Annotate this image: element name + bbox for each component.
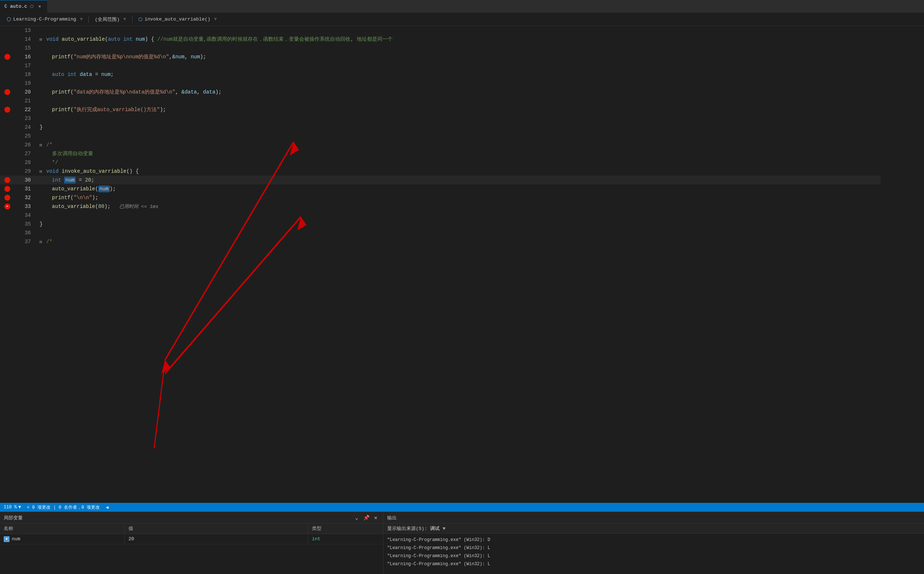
breakpoint-arrow-indicator[interactable]: ➤ <box>5 203 10 210</box>
code-line-23[interactable] <box>37 114 39 123</box>
code-line-20[interactable]: printf("data的内存地址是%p\ndata的值是%d\n", &dat… <box>37 88 222 96</box>
breadcrumb-dropdown-arrow[interactable]: ▼ <box>80 16 83 22</box>
breadcrumb-function[interactable]: ⬡ invoke_auto_varriable() ▼ <box>136 16 220 22</box>
tab-close-button[interactable]: ✕ <box>37 4 43 9</box>
code-line-22[interactable]: printf("执行完成auto_varriable()方法"); <box>37 105 166 114</box>
line-number: 30 <box>12 177 34 183</box>
code-lines-container: 13 14 ⊟void auto_varriable(auto int num)… <box>0 26 881 503</box>
breakpoint-indicator[interactable] <box>5 89 10 95</box>
output-source-bar: 显示输出来源(S): 调试 ▼ <box>384 524 924 534</box>
zoom-control[interactable]: 110 % ▼ <box>4 505 21 510</box>
locals-expand-button[interactable]: ⌄ <box>353 514 360 522</box>
line-number: 13 <box>12 27 34 33</box>
code-line-35[interactable]: } <box>37 220 43 229</box>
breakpoint-indicator[interactable] <box>5 186 10 192</box>
code-line-19[interactable] <box>37 79 39 88</box>
line-number: 25 <box>12 133 34 139</box>
line-number: 24 <box>12 125 34 130</box>
col-header-name: 名称 <box>0 524 125 534</box>
list-item[interactable]: ● num 20 int <box>0 534 383 544</box>
project-icon: ⬡ <box>6 16 11 22</box>
table-row: 22 printf("执行完成auto_varriable()方法"); <box>0 105 881 114</box>
code-line-30[interactable]: int num = 20; <box>37 176 94 184</box>
scroll-left-button[interactable]: ◀ <box>106 505 108 510</box>
breakpoint-indicator[interactable] <box>5 177 10 183</box>
var-name-cell: ● num <box>0 535 125 544</box>
code-line-14[interactable]: ⊟void auto_varriable(auto int num) { //n… <box>37 35 393 44</box>
code-line-13[interactable] <box>37 26 39 35</box>
breakpoint-indicator[interactable] <box>5 107 10 113</box>
locals-pin-button[interactable]: 📌 <box>363 514 370 522</box>
table-row: 20 printf("data的内存地址是%p\ndata的值是%d\n", &… <box>0 88 881 96</box>
fold-marker[interactable]: ⊟ <box>39 240 45 244</box>
breakpoint-indicator[interactable] <box>5 54 10 60</box>
line-number: 27 <box>12 151 34 157</box>
editor-area: 13 14 ⊟void auto_varriable(auto int num)… <box>0 26 924 503</box>
code-line-34[interactable] <box>37 211 39 220</box>
code-line-15[interactable] <box>37 44 39 52</box>
breadcrumb-scope[interactable]: (全局范围) ▼ <box>92 16 129 23</box>
tab-pin-icon[interactable]: ⬡ <box>30 4 34 9</box>
table-row: 21 <box>0 96 881 105</box>
code-line-25[interactable] <box>37 132 39 140</box>
fold-marker[interactable]: ⊟ <box>39 37 45 42</box>
tab-filename: auto.c <box>10 4 27 9</box>
code-line-32[interactable]: printf("\n\n"); <box>37 193 98 202</box>
locals-table-header: 名称 值 类型 <box>0 524 383 534</box>
breadcrumb-scope-label: (全局范围) <box>95 16 120 23</box>
code-line-26[interactable]: ⊟/* <box>37 140 52 149</box>
code-line-24[interactable]: } <box>37 123 43 132</box>
output-source-value: 调试 <box>430 525 440 532</box>
output-line: "Learning-C-Programming.exe" (Win32): D <box>387 536 920 544</box>
line-number: 29 <box>12 168 34 174</box>
code-line-33[interactable]: auto_varriable(80); 已用时间 <= 1ms <box>37 202 158 211</box>
code-scroll-area[interactable]: 13 14 ⊟void auto_varriable(auto int num)… <box>0 26 924 503</box>
table-row: 35 } <box>0 220 881 229</box>
function-icon: ⬡ <box>138 16 142 22</box>
tab-bar: C auto.c ⬡ ✕ <box>0 0 924 13</box>
locals-close-button[interactable]: ✕ <box>372 514 379 522</box>
line-number: 18 <box>12 71 34 77</box>
tab-auto-c[interactable]: C auto.c ⬡ ✕ <box>0 0 47 13</box>
code-line-18[interactable]: auto int data = num; <box>37 70 114 79</box>
fold-marker[interactable]: ⊟ <box>39 143 45 147</box>
code-line-37[interactable]: ⊟/* <box>37 237 52 246</box>
line-number: 34 <box>12 212 34 218</box>
code-line-21[interactable] <box>37 96 39 105</box>
selected-token-2: num <box>98 186 110 192</box>
main-content: 13 14 ⊟void auto_varriable(auto int num)… <box>0 26 924 574</box>
code-line-27[interactable]: 多次调用自动变量 <box>37 149 93 158</box>
table-row: 19 <box>0 79 881 88</box>
code-line-17[interactable] <box>37 61 39 70</box>
code-line-36[interactable] <box>37 229 39 237</box>
table-row: 25 <box>0 132 881 140</box>
table-row: 15 <box>0 44 881 52</box>
code-line-31[interactable]: auto_varriable(num); <box>37 184 116 193</box>
changes-info[interactable]: < 0 项更改 | 0 名作者，0 项更改 <box>27 504 100 511</box>
code-line-29[interactable]: ⊟void invoke_auto_varriable() { <box>37 167 139 176</box>
code-line-16[interactable]: printf("num的内存地址是%p\nnum的值是%d\n",&num, n… <box>37 52 206 61</box>
table-row: 16 printf("num的内存地址是%p\nnum的值是%d\n",&num… <box>0 52 881 61</box>
line-number: 14 <box>12 36 34 42</box>
output-panel: 输出 显示输出来源(S): 调试 ▼ "Learning-C-Programmi… <box>384 512 924 574</box>
breadcrumb-project[interactable]: ⬡ Learning-C-Programming ▼ <box>4 16 85 22</box>
breadcrumb-bar: ⬡ Learning-C-Programming ▼ (全局范围) ▼ ⬡ in… <box>0 13 924 26</box>
breadcrumb-function-label: invoke_auto_varriable() <box>145 16 210 22</box>
col-header-type: 类型 <box>308 524 383 534</box>
tab-icon: C <box>5 4 7 9</box>
output-source-dropdown[interactable]: ▼ <box>442 526 445 531</box>
output-panel-header: 输出 <box>384 512 924 524</box>
breadcrumb-scope-arrow[interactable]: ▼ <box>123 16 126 22</box>
selected-token: num <box>64 177 76 183</box>
code-line-28[interactable]: */ <box>37 158 58 167</box>
output-line: "Learning-C-Programming.exe" (Win32): L <box>387 544 920 552</box>
fold-marker[interactable]: ⊟ <box>39 169 45 174</box>
col-header-value: 值 <box>125 524 308 534</box>
breadcrumb-fn-arrow[interactable]: ▼ <box>214 16 217 22</box>
locals-table: 名称 值 类型 ● num 20 int <box>0 524 383 574</box>
output-line: "Learning-C-Programming.exe" (Win32): L <box>387 560 920 568</box>
breakpoint-indicator[interactable] <box>5 195 10 200</box>
table-row: 28 */ <box>0 158 881 167</box>
zoom-dropdown-icon[interactable]: ▼ <box>18 505 21 510</box>
table-row: 32 printf("\n\n"); <box>0 193 881 202</box>
